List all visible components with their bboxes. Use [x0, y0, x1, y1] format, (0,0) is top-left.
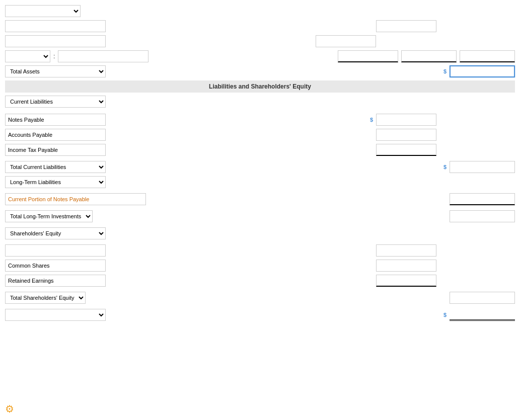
retained-earnings-row — [5, 275, 515, 287]
common-shares-label[interactable] — [5, 260, 106, 272]
notes-payable-input[interactable] — [376, 114, 436, 126]
blank-label-row — [5, 244, 515, 257]
input-top-mid-2[interactable] — [316, 35, 376, 47]
input-row3-2[interactable] — [338, 50, 398, 62]
total-assets-row: Total Assets $ — [5, 65, 515, 77]
total-assets-dollar: $ — [443, 68, 447, 74]
common-shares-row — [5, 260, 515, 272]
input-top-right-1[interactable] — [376, 20, 436, 32]
colon-separator: : — [53, 53, 55, 60]
long-term-liabilities-dropdown[interactable]: Long-Term Liabilities — [5, 176, 106, 188]
row-inputs-2 — [5, 35, 515, 47]
current-portion-label[interactable] — [5, 193, 146, 205]
total-assets-dropdown[interactable]: Total Assets — [5, 65, 106, 77]
sub-dropdown[interactable] — [5, 50, 50, 62]
input-row3-1[interactable] — [58, 50, 148, 62]
total-current-liabilities-input[interactable] — [450, 161, 515, 173]
row-inputs-3: : — [5, 50, 515, 62]
accounts-payable-row — [5, 129, 515, 141]
notes-payable-dollar: $ — [370, 117, 373, 123]
retained-earnings-input[interactable] — [376, 275, 436, 287]
income-tax-payable-input[interactable] — [376, 144, 436, 156]
total-long-term-dropdown[interactable]: Total Long-Term Investments — [5, 210, 93, 222]
current-portion-row — [5, 193, 515, 205]
input-row3-4[interactable] — [460, 50, 515, 62]
total-current-liabilities-dollar: $ — [443, 164, 447, 170]
blank-label-input[interactable] — [5, 244, 106, 257]
total-current-liabilities-dropdown[interactable]: Total Current Liabilities — [5, 161, 106, 173]
total-current-liabilities-row: Total Current Liabilities $ — [5, 161, 515, 173]
current-liabilities-row: Current Liabilities — [5, 96, 515, 108]
total-shareholders-equity-row: Total Shareholders' Equity — [5, 292, 515, 304]
current-liabilities-dropdown[interactable]: Current Liabilities — [5, 96, 106, 108]
current-portion-input[interactable] — [450, 193, 515, 205]
shareholders-equity-dropdown[interactable]: Shareholders' Equity — [5, 227, 106, 239]
retained-earnings-label[interactable] — [5, 275, 106, 287]
total-assets-input[interactable] — [450, 65, 515, 77]
bottom-total-input[interactable] — [450, 309, 515, 321]
bottom-dollar: $ — [443, 312, 447, 318]
input-top-left-2[interactable] — [5, 35, 106, 47]
input-top-left-1[interactable] — [5, 20, 106, 32]
long-term-liabilities-row: Long-Term Liabilities — [5, 176, 515, 188]
blank-value-input[interactable] — [376, 244, 436, 257]
total-long-term-input[interactable] — [450, 210, 515, 222]
notes-payable-row: $ — [5, 114, 515, 126]
income-tax-payable-label[interactable] — [5, 144, 106, 156]
input-row3-3[interactable] — [401, 50, 457, 62]
top-row — [5, 5, 515, 17]
accounts-payable-label[interactable] — [5, 129, 106, 141]
total-shareholders-equity-dropdown[interactable]: Total Shareholders' Equity — [5, 292, 86, 304]
accounts-payable-input[interactable] — [376, 129, 436, 141]
total-shareholders-equity-input[interactable] — [450, 292, 515, 304]
top-dropdown[interactable] — [5, 5, 81, 17]
income-tax-payable-row — [5, 144, 515, 156]
bottom-total-row: $ — [5, 309, 515, 321]
common-shares-input[interactable] — [376, 260, 436, 272]
section-header: Liabilities and Shareholders' Equity — [5, 80, 515, 93]
bottom-dropdown[interactable] — [5, 309, 106, 321]
total-long-term-row: Total Long-Term Investments — [5, 210, 515, 222]
notes-payable-label[interactable] — [5, 114, 106, 126]
shareholders-equity-row: Shareholders' Equity — [5, 227, 515, 239]
row-inputs-1 — [5, 20, 515, 32]
